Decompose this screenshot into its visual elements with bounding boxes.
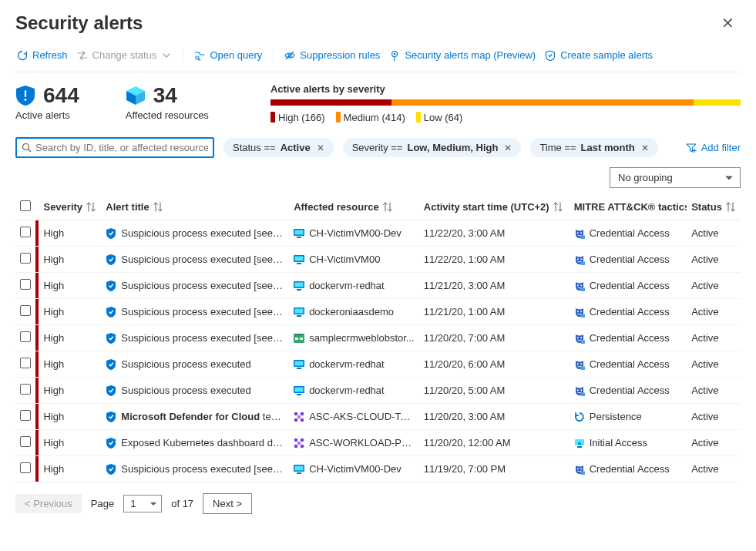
row-checkbox[interactable] <box>20 358 31 368</box>
tactic-icon <box>574 412 585 422</box>
search-input[interactable] <box>35 142 208 153</box>
toolbar-separator <box>273 49 274 62</box>
cell-time: 11/20/20, 5:00 AM <box>419 378 570 404</box>
sample-alerts-label: Create sample alerts <box>560 49 653 61</box>
cell-status: Active <box>687 299 741 325</box>
row-checkbox[interactable] <box>20 410 31 421</box>
filter-chip-time[interactable]: Time == Last month ✕ <box>530 138 657 157</box>
cell-tactic: Credential Access <box>574 358 682 370</box>
legend-high[interactable]: High (166) <box>270 112 325 123</box>
create-sample-alerts-button[interactable]: Create sample alerts <box>543 46 654 64</box>
col-time[interactable]: Activity start time (UTC+2) <box>424 201 563 213</box>
table-row[interactable]: High Microsoft Defender for Cloud test a… <box>15 404 741 430</box>
row-checkbox[interactable] <box>20 331 31 342</box>
filter-chip-status[interactable]: Status == Active ✕ <box>223 138 334 157</box>
table-row[interactable]: High Suspicious process executed [seen .… <box>15 456 741 482</box>
table-row[interactable]: High Suspicious process executed [seen .… <box>15 299 741 325</box>
refresh-button[interactable]: Refresh <box>15 46 69 64</box>
table-row[interactable]: High Suspicious process executed dockerv… <box>15 378 741 404</box>
cell-resource: ASC-AKS-CLOUD-TALK <box>294 411 415 422</box>
row-checkbox[interactable] <box>20 384 31 395</box>
resource-icon <box>294 254 304 265</box>
query-icon <box>194 50 205 61</box>
chip-severity-prefix: Severity == <box>352 142 403 153</box>
chip-status-remove[interactable]: ✕ <box>315 143 324 153</box>
row-checkbox[interactable] <box>20 462 31 473</box>
row-checkbox[interactable] <box>20 305 31 316</box>
legend-medium[interactable]: Medium (414) <box>336 112 405 123</box>
cell-severity: High <box>39 378 101 404</box>
tactic-icon <box>574 438 585 449</box>
search-input-wrapper[interactable] <box>15 137 214 158</box>
cell-status: Active <box>687 378 741 404</box>
of-label: of <box>171 498 182 509</box>
filter-chip-severity[interactable]: Severity == Low, Medium, High ✕ <box>343 138 522 157</box>
toolbar: Refresh Change status Open query Suppres… <box>15 46 741 72</box>
swap-icon <box>77 50 88 61</box>
cell-time: 11/22/20, 3:00 AM <box>419 220 570 247</box>
shield-icon <box>106 228 116 239</box>
open-query-label: Open query <box>210 49 262 61</box>
table-row[interactable]: High Suspicious process executed [seen .… <box>15 273 741 299</box>
cell-time: 11/20/20, 7:00 AM <box>419 325 570 351</box>
table-row[interactable]: High Suspicious process executed [seen .… <box>15 247 741 273</box>
cell-resource: dockervm-redhat <box>294 280 415 291</box>
close-button[interactable]: ✕ <box>715 11 741 35</box>
cell-time: 11/22/20, 1:00 AM <box>419 247 570 273</box>
table-row[interactable]: High Suspicious process executed [seen .… <box>15 325 741 351</box>
select-all-checkbox[interactable] <box>20 200 31 211</box>
shield-icon <box>106 385 116 396</box>
cell-tactic: Credential Access <box>574 385 682 396</box>
shield-icon <box>106 307 116 317</box>
cell-title: Suspicious process executed <box>106 385 284 396</box>
suppression-rules-button[interactable]: Suppression rules <box>283 46 381 64</box>
cell-time: 11/20/20, 12:00 AM <box>419 430 570 456</box>
shield-warn-icon <box>15 86 35 106</box>
tactic-icon <box>574 333 585 344</box>
row-checkbox[interactable] <box>20 253 31 264</box>
toolbar-separator <box>183 49 183 62</box>
active-alerts-label: Active alerts <box>15 109 79 121</box>
col-tactics[interactable]: MITRE ATT&CK® tactics <box>574 201 687 213</box>
next-page-button[interactable]: Next > <box>203 493 252 514</box>
col-title[interactable]: Alert title <box>106 201 162 213</box>
row-checkbox[interactable] <box>20 227 31 237</box>
table-row[interactable]: High Suspicious process executed [seen .… <box>15 220 741 247</box>
alerts-table: Severity Alert title Affected resource A… <box>15 194 741 482</box>
resource-icon <box>294 438 304 449</box>
cell-status: Active <box>687 220 741 247</box>
stat-active-alerts: 644 Active alerts <box>15 83 79 121</box>
resource-icon <box>294 359 304 370</box>
tactic-icon <box>574 228 585 239</box>
col-resource[interactable]: Affected resource <box>294 201 392 213</box>
add-filter-button[interactable]: Add filter <box>686 142 741 153</box>
page-number-select[interactable]: 1 <box>123 495 162 512</box>
row-checkbox[interactable] <box>20 279 31 290</box>
resource-icon <box>294 385 304 396</box>
tactic-icon <box>574 385 585 396</box>
chip-time-remove[interactable]: ✕ <box>640 143 649 153</box>
open-query-button[interactable]: Open query <box>193 46 264 64</box>
chip-severity-remove[interactable]: ✕ <box>502 143 512 153</box>
table-row[interactable]: High Suspicious process executed dockerv… <box>15 351 741 378</box>
change-status-button[interactable]: Change status <box>76 46 174 64</box>
alerts-map-button[interactable]: Security alerts map (Preview) <box>388 46 537 64</box>
grouping-dropdown[interactable]: No grouping <box>610 167 741 188</box>
shield-icon <box>106 281 116 291</box>
prev-page-button[interactable]: < Previous <box>15 494 82 513</box>
cell-severity: High <box>39 273 101 299</box>
page-title: Security alerts <box>15 12 143 34</box>
cube-icon <box>126 86 146 106</box>
active-alerts-count: 644 <box>43 83 79 108</box>
cell-status: Active <box>687 273 741 299</box>
affected-resources-label: Affected resources <box>126 109 209 121</box>
tactic-icon <box>574 359 585 370</box>
col-severity[interactable]: Severity <box>43 201 96 213</box>
row-checkbox[interactable] <box>20 436 31 447</box>
cell-title: Suspicious process executed [seen ... <box>106 227 284 239</box>
cell-time: 11/21/20, 3:00 AM <box>419 273 570 299</box>
col-status[interactable]: Status <box>691 201 735 213</box>
legend-low[interactable]: Low (64) <box>416 112 463 123</box>
pin-icon <box>389 50 400 61</box>
table-row[interactable]: High Exposed Kubernetes dashboard det...… <box>15 430 741 456</box>
